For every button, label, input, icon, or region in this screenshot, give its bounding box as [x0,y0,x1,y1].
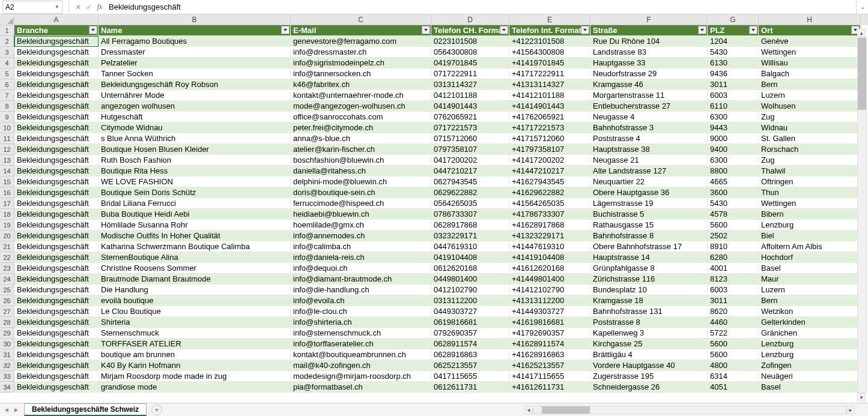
cell[interactable]: +41447210217 [509,166,590,176]
cell[interactable]: Balgach [759,68,861,79]
cell[interactable]: +41612620168 [509,263,590,274]
cell[interactable]: 6130 [708,58,759,68]
cell[interactable]: kontakt@unternaehrer-mode.ch [291,90,431,101]
cell[interactable]: Bekleidungsgeschäft [14,101,99,112]
cell[interactable]: Bekleidungsgeschäft [14,155,99,166]
cell[interactable]: Bekleidungsgeschäft [14,144,99,155]
cell[interactable]: +41417115655 [509,371,590,382]
row-header[interactable]: 13 [0,155,14,166]
cell[interactable]: +41419104408 [509,252,590,263]
cell[interactable]: +41449801400 [509,274,590,285]
cell[interactable]: Entlebucherstrasse 27 [590,101,708,112]
cell[interactable]: 0564300808 [431,47,509,58]
select-all-corner[interactable] [0,14,14,25]
cell[interactable]: info@dequoi.ch [291,263,431,274]
column-header-F[interactable]: F [590,14,708,25]
cell[interactable]: 0449303727 [431,306,509,317]
cell[interactable]: 9443 [708,122,759,133]
row-header[interactable]: 10 [0,122,14,133]
cell[interactable]: Willisau [759,58,861,68]
cell[interactable]: Bekleidungsgeschäft [14,79,99,90]
column-header-E[interactable]: E [509,14,590,25]
cell[interactable]: +41313112200 [509,295,590,306]
filter-dropdown-icon[interactable] [89,26,97,34]
vscroll-track[interactable] [857,37,867,393]
row-header[interactable]: 11 [0,133,14,144]
row-header[interactable]: 1 [0,25,14,36]
cell[interactable]: Bekleidungsgeschäft [14,198,99,209]
cell[interactable]: Bekleidungsgeschäft [14,285,99,295]
cell[interactable]: Lenzburg [759,339,861,349]
cell[interactable]: Zugerstrasse 195 [590,371,708,382]
cell[interactable]: Morgartenstrasse 11 [590,90,708,101]
column-header-cell[interactable]: Telefon CH. Format [431,25,509,36]
cell[interactable]: 2502 [708,231,759,241]
cell[interactable]: Lenzburg [759,349,861,360]
row-header[interactable]: 21 [0,241,14,252]
filter-dropdown-icon[interactable] [500,26,508,34]
row-header[interactable]: 2 [0,36,14,47]
cell[interactable]: Hauptstrasse 38 [590,144,708,155]
cell[interactable]: angezogen wolhusen [99,101,291,112]
cell[interactable]: 0412101188 [431,90,509,101]
cell[interactable]: Bekleidungsgeschäft [14,166,99,176]
cell[interactable]: info@calimba.ch [291,241,431,252]
cell[interactable]: Zofingen [759,360,861,371]
column-header-cell[interactable]: Name [99,25,291,36]
cell[interactable]: Bibern [759,209,861,220]
cell[interactable]: Bekleidungsgeschäft [14,339,99,349]
cell[interactable]: Genève [759,36,861,47]
cell[interactable]: Affoltern Am Albis [759,241,861,252]
cell[interactable]: Obere Bahnhofstrasse 17 [590,241,708,252]
cell[interactable]: Bekleidungsgeschäft [14,47,99,58]
cell[interactable]: 0715712060 [431,133,509,144]
cell[interactable]: boschfashion@bluewin.ch [291,155,431,166]
cell[interactable]: Bekleidungsgeschäft [14,360,99,371]
cell[interactable]: 6300 [708,112,759,122]
row-header[interactable]: 5 [0,68,14,79]
column-header-H[interactable]: H [759,14,861,25]
column-header-cell[interactable]: Straße [590,25,708,36]
name-box[interactable]: A2 ▼ [2,1,62,14]
cell[interactable]: evoilà boutique [99,295,291,306]
cell[interactable]: Hochdorf [759,252,861,263]
cell[interactable]: Brautmode Diamant Brautmode [99,274,291,285]
cell[interactable]: Obere Hauptgasse 36 [590,187,708,198]
cell[interactable]: +41628916863 [509,349,590,360]
column-header-cell[interactable]: Ort [759,25,861,36]
cell[interactable]: +41313114327 [509,79,590,90]
cell[interactable]: Mirjam Roosdorp mode made in zug [99,371,291,382]
row-header[interactable]: 28 [0,317,14,328]
cell[interactable]: +41627943545 [509,176,590,187]
cell[interactable]: Modische Outfits In Hoher Qualität [99,231,291,241]
cell[interactable]: 0447619310 [431,241,509,252]
cell[interactable]: info@shirteria.ch [291,317,431,328]
cell[interactable]: 0564265035 [431,198,509,209]
enter-icon[interactable]: ✓ [83,3,94,11]
cell[interactable]: +41417200202 [509,155,590,166]
cell[interactable]: 0797358107 [431,144,509,155]
cell[interactable]: +41612611731 [509,382,590,393]
cell[interactable]: Neuägeri [759,371,861,382]
filter-dropdown-icon[interactable] [281,26,290,34]
cell[interactable]: Neuquartier 22 [590,176,708,187]
cell[interactable]: Bekleidungsgeschäft [14,133,99,144]
row-header[interactable]: 23 [0,263,14,274]
cell[interactable]: 0612620168 [431,263,509,274]
name-box-dropdown-icon[interactable]: ▼ [55,4,59,10]
cell[interactable]: +41412102790 [509,285,590,295]
column-header-G[interactable]: G [708,14,759,25]
row-header[interactable]: 17 [0,198,14,209]
cell[interactable]: Luzern [759,285,861,295]
cell[interactable]: Pelzatelier [99,58,291,68]
cell[interactable]: Buchistrasse 5 [590,209,708,220]
cell[interactable]: Le Clou Boutique [99,306,291,317]
expand-formula-bar-icon[interactable]: ⌄ [856,0,868,14]
cell[interactable]: 5430 [708,47,759,58]
cell[interactable]: WE LOVE FASHION [99,176,291,187]
cell[interactable]: 5722 [708,328,759,339]
cell[interactable]: pia@formatbasel.ch [291,382,431,393]
cell[interactable]: 8620 [708,306,759,317]
cell[interactable]: anna@s-blue.ch [291,133,431,144]
column-header-A[interactable]: A [14,14,99,25]
